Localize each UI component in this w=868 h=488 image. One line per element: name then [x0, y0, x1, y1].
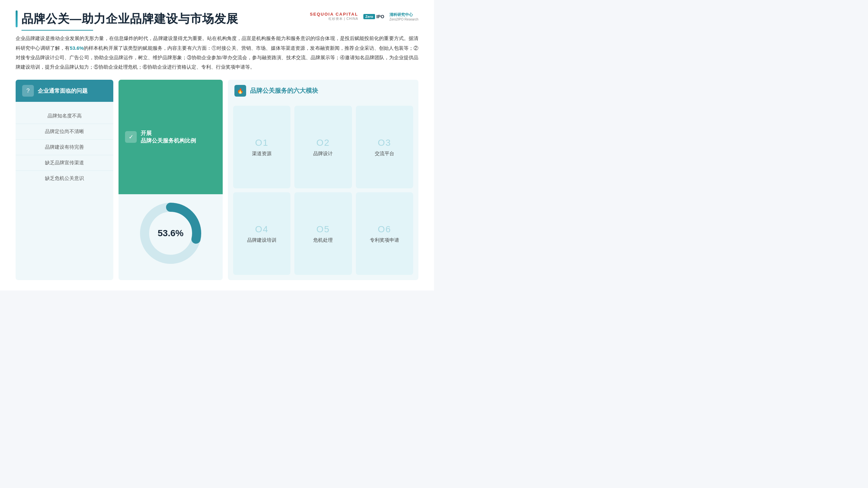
checkmark-icon: ✓ [125, 131, 137, 143]
mid-panel-titles: 开展 品牌公关服务机构比例 [141, 129, 196, 144]
problems-list: 品牌知名度不高 品牌定位尚不清晰 品牌建设有待完善 缺乏品牌宣传渠道 缺乏危机公… [16, 102, 113, 193]
qingke-sub-text: Zero2IPO Research [390, 18, 418, 21]
module-card-1: O1 渠道资源 [233, 106, 290, 188]
zero-badge: Zero [363, 14, 375, 19]
panel-right: 🔥 品牌公关服务的六大模块 O1 渠道资源 O2 品牌设计 O3 交流平台 O4 [228, 80, 418, 280]
module-label-4: 品牌建设培训 [247, 237, 276, 243]
logo-area: SEQUOIA CAPITAL 红杉资本 | CHINA Zero IPO 清科… [310, 10, 418, 21]
module-num-1: O1 [255, 138, 268, 148]
donut-center-label: 53.6% [158, 228, 183, 238]
modules-grid: O1 渠道资源 O2 品牌设计 O3 交流平台 O4 品牌建设培训 O5 危 [228, 102, 418, 280]
title-bar [16, 10, 18, 27]
title-row: 品牌公关—助力企业品牌建设与市场发展 [16, 10, 238, 27]
page: 品牌公关—助力企业品牌建设与市场发展 SEQUOIA CAPITAL 红杉资本 … [0, 0, 434, 291]
question-icon: ? [22, 85, 34, 97]
zero-ipo-logo: Zero IPO [363, 14, 384, 19]
mid-title-line1: 开展 [141, 129, 196, 137]
panel-mid: ✓ 开展 品牌公关服务机构比例 [119, 80, 223, 280]
module-num-3: O3 [378, 138, 391, 148]
intro-paragraph: 企业品牌建设是推动企业发展的无形力量，在信息爆炸的时代，品牌建设显得尤为重要。站… [16, 34, 418, 72]
right-panel-header: 🔥 品牌公关服务的六大模块 [228, 80, 418, 102]
sequoia-logo: SEQUOIA CAPITAL 红杉资本 | CHINA [310, 12, 358, 21]
left-panel-title: 企业通常面临的问题 [38, 87, 88, 95]
panel-left: ? 企业通常面临的问题 品牌知名度不高 品牌定位尚不清晰 品牌建设有待完善 缺乏… [16, 80, 113, 280]
donut-wrapper: 53.6% [119, 194, 223, 272]
qingke-main-text: 清科研究中心 [390, 12, 413, 18]
qingke-logo: 清科研究中心 Zero2IPO Research [390, 12, 418, 21]
header: 品牌公关—助力企业品牌建设与市场发展 SEQUOIA CAPITAL 红杉资本 … [16, 10, 418, 31]
module-num-2: O2 [316, 138, 330, 148]
main-content: ? 企业通常面临的问题 品牌知名度不高 品牌定位尚不清晰 品牌建设有待完善 缺乏… [16, 80, 418, 280]
module-num-4: O4 [255, 224, 268, 234]
left-panel-header: ? 企业通常面临的问题 [16, 80, 113, 102]
ipo-text: IPO [376, 14, 384, 19]
module-num-5: O5 [316, 224, 330, 234]
title-block: 品牌公关—助力企业品牌建设与市场发展 [16, 10, 238, 31]
module-label-1: 渠道资源 [252, 151, 272, 157]
donut-chart: 53.6% [138, 201, 203, 266]
module-card-4: O4 品牌建设培训 [233, 192, 290, 275]
module-label-6: 专利奖项申请 [370, 237, 399, 243]
module-card-5: O5 危机处理 [294, 192, 352, 275]
flame-icon: 🔥 [235, 85, 246, 97]
intro-highlight: 53.6% [70, 45, 84, 51]
module-label-2: 品牌设计 [313, 151, 333, 157]
problem-item-1: 品牌知名度不高 [16, 108, 113, 124]
problem-item-2: 品牌定位尚不清晰 [16, 124, 113, 139]
problem-item-5: 缺乏危机公关意识 [16, 171, 113, 186]
module-card-3: O3 交流平台 [356, 106, 413, 188]
problem-item-3: 品牌建设有待完善 [16, 139, 113, 155]
mid-panel-header: ✓ 开展 品牌公关服务机构比例 [119, 80, 223, 194]
module-card-6: O6 专利奖项申请 [356, 192, 413, 275]
mid-title-line2: 品牌公关服务机构比例 [141, 137, 196, 144]
title-underline [22, 30, 93, 31]
problem-item-4: 缺乏品牌宣传渠道 [16, 155, 113, 171]
donut-percent-text: 53.6% [158, 228, 183, 238]
module-label-5: 危机处理 [313, 237, 333, 243]
module-card-2: O2 品牌设计 [294, 106, 352, 188]
module-num-6: O6 [378, 224, 391, 234]
sequoia-main-text: SEQUOIA CAPITAL [310, 12, 358, 17]
page-title: 品牌公关—助力企业品牌建设与市场发展 [22, 11, 238, 27]
module-label-3: 交流平台 [375, 151, 394, 157]
sequoia-sub-text: 红杉资本 | CHINA [329, 17, 358, 21]
right-panel-title: 品牌公关服务的六大模块 [250, 87, 318, 95]
